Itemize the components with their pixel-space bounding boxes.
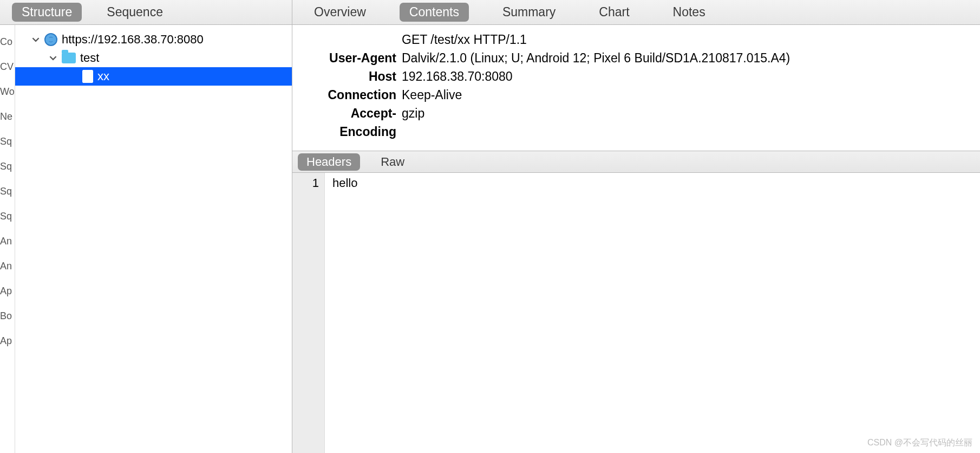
response-tabs: Headers Raw (292, 151, 980, 173)
chevron-down-icon[interactable] (31, 35, 40, 44)
header-value: gzip (402, 104, 974, 141)
side-label: Sq (0, 154, 15, 179)
tree-host-label: https://192.168.38.70:8080 (62, 33, 204, 47)
tab-overview[interactable]: Overview (304, 3, 376, 22)
tab-structure[interactable]: Structure (12, 3, 82, 22)
header-key: Accept-Encoding (299, 104, 402, 141)
tab-chart[interactable]: Chart (589, 3, 639, 22)
header-key: Connection (299, 86, 402, 104)
tree-host-row[interactable]: https://192.168.38.70:8080 (15, 30, 292, 49)
header-value: Dalvik/2.1.0 (Linux; U; Android 12; Pixe… (402, 49, 974, 67)
side-label: Ne (0, 104, 15, 129)
request-headers-pane: GET /test/xx HTTP/1.1 User-AgentDalvik/2… (292, 25, 980, 151)
folder-icon (62, 53, 76, 63)
left-gutter-sidebar: Co CV Wo Ne Sq Sq Sq Sq An An Ap Bo Ap (0, 25, 15, 453)
side-label: Co (0, 29, 15, 54)
side-label: Ap (0, 279, 15, 303)
right-tabs-group: Overview Contents Summary Chart Notes (292, 0, 980, 24)
file-icon (82, 70, 93, 83)
side-label: An (0, 254, 15, 279)
top-toolbar: Structure Sequence Overview Contents Sum… (0, 0, 980, 25)
line-number: 1 (292, 176, 319, 190)
side-label: Wo (0, 79, 15, 104)
tree-folder-label: test (80, 51, 99, 65)
response-line: hello (332, 176, 980, 190)
tab-contents[interactable]: Contents (400, 3, 469, 22)
tree-file-label: xx (97, 69, 109, 83)
side-label: Bo (0, 303, 15, 328)
left-tabs-group: Structure Sequence (0, 0, 292, 24)
tree-folder-row[interactable]: test (15, 49, 292, 67)
side-label: Sq (0, 129, 15, 154)
tab-summary[interactable]: Summary (493, 3, 565, 22)
tab-response-headers[interactable]: Headers (298, 153, 360, 171)
detail-panel: GET /test/xx HTTP/1.1 User-AgentDalvik/2… (292, 25, 980, 453)
header-value: 192.168.38.70:8080 (402, 67, 974, 86)
tab-sequence[interactable]: Sequence (97, 3, 173, 22)
header-key: User-Agent (299, 49, 402, 67)
request-first-line: GET /test/xx HTTP/1.1 (402, 30, 974, 49)
side-label: Sq (0, 179, 15, 204)
response-content[interactable]: hello (325, 173, 980, 453)
globe-icon (44, 33, 57, 46)
chevron-down-icon[interactable] (49, 54, 57, 62)
header-key: Host (299, 67, 402, 86)
main-body: Co CV Wo Ne Sq Sq Sq Sq An An Ap Bo Ap h… (0, 25, 980, 453)
side-label: An (0, 229, 15, 254)
tab-notes[interactable]: Notes (663, 3, 715, 22)
line-number-gutter: 1 (292, 173, 325, 453)
side-label: Sq (0, 204, 15, 229)
tree-file-row[interactable]: xx (15, 67, 292, 86)
side-label: Ap (0, 328, 15, 353)
side-label: CV (0, 54, 15, 79)
tab-response-raw[interactable]: Raw (372, 153, 413, 171)
header-value: Keep-Alive (402, 86, 974, 104)
watermark-text: CSDN @不会写代码的丝丽 (867, 437, 972, 449)
structure-tree[interactable]: https://192.168.38.70:8080 test xx (15, 25, 292, 453)
response-body-pane: 1 hello (292, 173, 980, 453)
